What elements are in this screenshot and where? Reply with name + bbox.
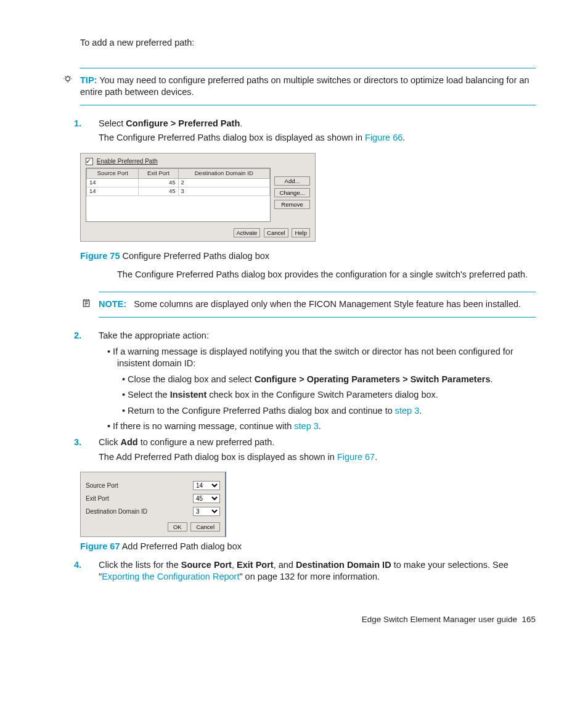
exit-port-select[interactable]: 45 bbox=[193, 494, 220, 503]
punct: , bbox=[232, 560, 237, 570]
step-3: 3.Click Add to configure a new preferred… bbox=[80, 437, 536, 449]
preferred-paths-table: Source Port Exit Port Destination Domain… bbox=[86, 168, 271, 222]
step-number: 3. bbox=[86, 437, 99, 449]
col-source-port: Source Port bbox=[87, 169, 139, 179]
help-button[interactable]: Help bbox=[292, 228, 310, 237]
button-name: Add bbox=[120, 437, 137, 447]
note-text: Some columns are displayed only when the… bbox=[134, 299, 521, 309]
figure-caption-text: Add Preferred Path dialog box bbox=[120, 541, 242, 551]
figure-link[interactable]: Figure 66 bbox=[365, 133, 402, 142]
cell: 45 bbox=[139, 187, 178, 195]
table-row[interactable]: 14 45 3 bbox=[87, 187, 270, 195]
figure-link[interactable]: Figure 67 bbox=[337, 452, 375, 462]
doc-title: Edge Switch Element Manager user guide bbox=[362, 615, 517, 624]
cell: 2 bbox=[178, 179, 269, 187]
step-2-text: Take the appropriate action: bbox=[99, 330, 209, 340]
figure-caption-text: Configure Preferred Paths dialog box bbox=[120, 251, 269, 261]
cell: 14 bbox=[87, 187, 139, 195]
tip-text: You may need to configure preferred path… bbox=[80, 75, 529, 97]
after-fig75-text: The Configure Preferred Paths dialog box… bbox=[80, 269, 536, 281]
bullet: Return to the Configure Preferred Paths … bbox=[80, 405, 536, 417]
intro-text: To add a new preferred path: bbox=[80, 37, 536, 49]
dest-domain-select[interactable]: 3 bbox=[193, 507, 220, 516]
col-exit-port: Exit Port bbox=[139, 169, 178, 179]
table-row[interactable]: 14 45 2 bbox=[87, 179, 270, 187]
divider bbox=[80, 68, 536, 68]
change-button[interactable]: Change... bbox=[274, 188, 310, 197]
field-name: Source Port bbox=[181, 560, 232, 570]
tip-label: TIP: bbox=[80, 75, 97, 85]
figure-label: Figure 67 bbox=[80, 541, 120, 551]
page-footer: Edge Switch Element Manager user guide 1… bbox=[80, 614, 536, 625]
source-port-row: Source Port 14 bbox=[86, 481, 220, 490]
configure-preferred-paths-dialog: Enable Preferred Path Source Port Exit P… bbox=[80, 153, 316, 242]
step-2: 2.Take the appropriate action: bbox=[80, 330, 536, 342]
cell: 3 bbox=[178, 187, 269, 195]
dest-domain-label: Destination Domain ID bbox=[86, 507, 147, 516]
divider bbox=[80, 105, 536, 105]
cancel-button[interactable]: Cancel bbox=[264, 228, 288, 237]
step-link[interactable]: step 3 bbox=[395, 406, 420, 416]
step-1-text: Select bbox=[99, 118, 126, 128]
step-4: 4.Click the lists for the Source Port, E… bbox=[80, 559, 536, 583]
cross-ref-link[interactable]: Exporting the Configuration Report bbox=[102, 572, 239, 581]
note-label: NOTE: bbox=[99, 299, 126, 309]
source-port-label: Source Port bbox=[86, 482, 118, 490]
add-preferred-path-dialog: Source Port 14 Exit Port 45 Destination … bbox=[80, 472, 226, 537]
note-block: NOTE: Some columns are displayed only wh… bbox=[99, 298, 536, 311]
figure-label: Figure 75 bbox=[80, 251, 120, 261]
step-1: 1.Select Configure > Preferred Path. bbox=[80, 118, 536, 130]
field-name: Destination Domain ID bbox=[296, 560, 391, 570]
tip-lightbulb-icon bbox=[63, 75, 80, 88]
step-number: 2. bbox=[86, 330, 99, 342]
cell: 14 bbox=[87, 179, 139, 187]
text: Click the lists for the bbox=[99, 560, 181, 570]
enable-preferred-path-checkbox[interactable] bbox=[86, 158, 93, 165]
cancel-button[interactable]: Cancel bbox=[190, 522, 220, 532]
bullet: If there is no warning message, continue… bbox=[80, 421, 536, 433]
step-3-cont: The Add Preferred Path dialog box is dis… bbox=[80, 451, 536, 464]
exit-port-label: Exit Port bbox=[86, 495, 109, 503]
add-button[interactable]: Add... bbox=[274, 176, 310, 186]
note-icon bbox=[81, 298, 99, 310]
step-1-line2: The Configure Preferred Paths dialog box… bbox=[99, 133, 365, 142]
step-link[interactable]: step 3 bbox=[294, 421, 319, 431]
field-name: Exit Port bbox=[237, 560, 274, 570]
text: , and bbox=[274, 560, 296, 570]
step-3-line2: The Add Preferred Path dialog box is dis… bbox=[99, 452, 337, 462]
bullet: Select the Insistent check box in the Co… bbox=[80, 389, 536, 401]
ok-button[interactable]: OK bbox=[168, 522, 187, 532]
exit-port-row: Exit Port 45 bbox=[86, 494, 220, 503]
punct: . bbox=[402, 133, 405, 142]
punct: . bbox=[240, 118, 242, 128]
figure-67-caption: Figure 67 Add Preferred Path dialog box bbox=[80, 541, 536, 553]
source-port-select[interactable]: 14 bbox=[193, 481, 220, 490]
enable-preferred-path-label: Enable Preferred Path bbox=[97, 158, 158, 165]
punct: . bbox=[375, 452, 377, 462]
step-number: 1. bbox=[86, 118, 99, 130]
menu-path: Configure > Operating Parameters > Switc… bbox=[255, 374, 491, 384]
tip-block: TIP: You may need to configure preferred… bbox=[80, 75, 536, 99]
divider bbox=[99, 292, 536, 292]
step-number: 4. bbox=[86, 559, 99, 572]
remove-button[interactable]: Remove bbox=[274, 200, 310, 209]
svg-point-0 bbox=[66, 76, 70, 81]
page-number: 165 bbox=[521, 615, 536, 624]
cell: 45 bbox=[139, 179, 178, 187]
bullet: Close the dialog box and select Configur… bbox=[80, 374, 536, 386]
menu-path: Configure > Preferred Path bbox=[126, 118, 240, 128]
step-1-cont: The Configure Preferred Paths dialog box… bbox=[80, 132, 536, 144]
col-dest-domain: Destination Domain ID bbox=[178, 169, 269, 179]
step-3-text: Click bbox=[99, 437, 120, 447]
checkbox-name: Insistent bbox=[170, 390, 207, 400]
activate-button[interactable]: Activate bbox=[234, 228, 261, 237]
dest-domain-row: Destination Domain ID 3 bbox=[86, 507, 220, 516]
text: " on page 132 for more information. bbox=[239, 572, 380, 581]
divider bbox=[99, 317, 536, 318]
figure-75-caption: Figure 75 Configure Preferred Paths dial… bbox=[80, 250, 536, 263]
text: to configure a new preferred path. bbox=[138, 437, 275, 447]
bullet: If a warning message is displayed notify… bbox=[80, 346, 536, 370]
